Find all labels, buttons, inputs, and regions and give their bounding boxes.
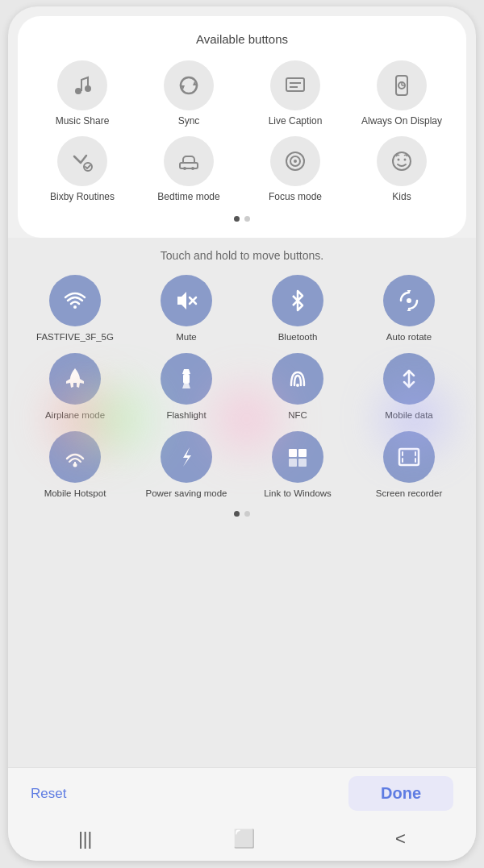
back-icon[interactable]: < [395, 829, 406, 849]
svg-point-16 [393, 152, 411, 170]
svg-rect-10 [180, 163, 198, 168]
always-on-display-item[interactable]: Always On Display [350, 60, 453, 128]
wifi-icon [49, 275, 101, 326]
svg-rect-28 [298, 459, 307, 467]
dot-1 [234, 216, 240, 222]
mobile-data-label: Mobile data [385, 409, 432, 422]
svg-point-24 [296, 384, 299, 387]
sync-item[interactable]: Sync [137, 60, 240, 128]
svg-rect-31 [399, 449, 419, 465]
power-saving-label: Power saving mode [146, 488, 227, 500]
svg-rect-27 [289, 459, 297, 467]
auto-rotate-item[interactable]: Auto rotate [355, 275, 463, 343]
svg-point-12 [191, 167, 194, 170]
mute-icon [161, 275, 212, 326]
bottom-bar: Reset Done [8, 767, 476, 819]
nav-bar: ||| ⬜ < [8, 819, 476, 861]
svg-rect-2 [286, 78, 304, 91]
focus-mode-item[interactable]: Focus mode [244, 136, 347, 204]
link-to-windows-label: Link to Windows [264, 488, 332, 500]
airplane-label: Airplane mode [45, 409, 105, 422]
svg-point-11 [183, 167, 186, 170]
airplane-icon [49, 353, 101, 405]
always-on-display-icon [377, 60, 427, 110]
available-title: Available buttons [31, 32, 453, 46]
svg-point-18 [404, 158, 407, 160]
bedtime-mode-item[interactable]: Bedtime mode [137, 136, 240, 204]
sync-icon [164, 60, 214, 110]
svg-point-22 [407, 298, 411, 303]
always-on-display-label: Always On Display [361, 115, 442, 128]
hold-dot-2 [244, 511, 250, 517]
home-icon[interactable]: ⬜ [233, 829, 255, 849]
svg-point-1 [85, 85, 91, 92]
live-caption-label: Live Caption [269, 115, 323, 128]
wifi-label: FASTFIVE_3F_5G [36, 331, 114, 343]
reset-button[interactable]: Reset [31, 786, 66, 802]
done-button[interactable]: Done [348, 776, 453, 811]
svg-rect-23 [183, 374, 190, 384]
screen-recorder-label: Screen recorder [376, 488, 442, 500]
bluetooth-item[interactable]: Bluetooth [244, 275, 352, 343]
svg-point-15 [294, 160, 297, 163]
svg-rect-30 [298, 449, 307, 457]
hotspot-icon [49, 431, 101, 483]
hold-title: Touch and hold to move buttons. [21, 249, 463, 262]
flashlight-item[interactable]: Flashlight [132, 353, 240, 422]
active-buttons-grid: FASTFIVE_3F_5G Mute [21, 275, 463, 500]
focus-mode-icon [270, 136, 320, 186]
bluetooth-icon [272, 275, 323, 326]
screen-recorder-item[interactable]: Screen recorder [355, 431, 463, 500]
flashlight-icon [161, 353, 212, 405]
music-share-label: Music Share [56, 115, 110, 128]
hold-section: Touch and hold to move buttons. FASTFIVE… [8, 238, 476, 767]
sync-label: Sync [178, 115, 200, 128]
mobile-data-item[interactable]: Mobile data [355, 353, 463, 422]
link-to-windows-item[interactable]: Link to Windows [244, 431, 352, 500]
mute-label: Mute [176, 331, 197, 343]
screen-recorder-icon [383, 431, 435, 483]
bedtime-mode-icon [164, 136, 214, 186]
bixby-routines-item[interactable]: Bixby Routines [31, 136, 134, 204]
kids-label: Kids [392, 191, 411, 204]
available-buttons-grid: Music Share Sync [31, 60, 453, 203]
svg-point-0 [75, 88, 81, 94]
music-share-item[interactable]: Music Share [31, 60, 134, 128]
airplane-item[interactable]: Airplane mode [21, 353, 129, 422]
wifi-item[interactable]: FASTFIVE_3F_5G [21, 275, 129, 343]
hold-dots [21, 511, 463, 517]
hotspot-item[interactable]: Mobile Hotspot [21, 431, 129, 500]
svg-rect-29 [289, 449, 297, 457]
hotspot-label: Mobile Hotspot [44, 488, 106, 500]
link-to-windows-icon [272, 431, 323, 483]
hold-content-wrapper: FASTFIVE_3F_5G Mute [21, 275, 463, 500]
bixby-routines-label: Bixby Routines [50, 191, 115, 204]
focus-mode-label: Focus mode [269, 191, 322, 204]
live-caption-icon [270, 60, 320, 110]
kids-item[interactable]: Kids [350, 136, 453, 204]
recent-apps-icon[interactable]: ||| [78, 829, 92, 849]
phone-container: Available buttons Music Share [8, 6, 476, 861]
auto-rotate-icon [383, 275, 435, 326]
svg-point-19 [73, 305, 77, 309]
available-dots [31, 216, 453, 222]
power-saving-item[interactable]: Power saving mode [132, 431, 240, 500]
live-caption-item[interactable]: Live Caption [244, 60, 347, 128]
mobile-data-icon [383, 353, 435, 405]
flashlight-label: Flashlight [166, 409, 206, 422]
power-saving-icon [161, 431, 212, 483]
nfc-label: NFC [288, 409, 307, 422]
nfc-item[interactable]: NFC [244, 353, 352, 422]
dot-2 [244, 216, 250, 222]
auto-rotate-label: Auto rotate [386, 331, 432, 343]
bluetooth-label: Bluetooth [278, 331, 318, 343]
svg-point-17 [398, 158, 400, 160]
nfc-icon [272, 353, 323, 405]
hold-dot-1 [234, 511, 240, 517]
mute-item[interactable]: Mute [132, 275, 240, 343]
kids-icon [377, 136, 427, 186]
music-share-icon [57, 60, 107, 110]
available-section: Available buttons Music Share [18, 16, 466, 238]
bedtime-mode-label: Bedtime mode [157, 191, 219, 204]
bixby-routines-icon [57, 136, 107, 186]
